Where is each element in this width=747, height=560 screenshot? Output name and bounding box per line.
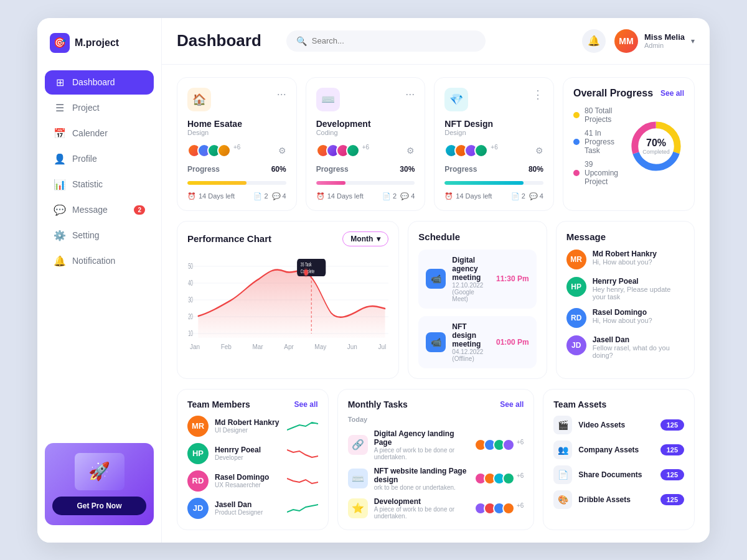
- card-title-dev: Development: [316, 119, 415, 129]
- asset-1: 👥 Company Assets 125: [553, 441, 684, 459]
- card-title-home: Home Esatae: [187, 119, 286, 129]
- user-role: Admin: [644, 42, 685, 49]
- card-menu-nft[interactable]: ⋮: [532, 88, 543, 101]
- meeting-icon-1: 📹: [426, 332, 446, 352]
- asset-badge-video: 125: [660, 419, 684, 431]
- card-icon-dev: ⌨️: [316, 88, 340, 111]
- sidebar-item-label: Profile: [72, 154, 97, 164]
- search-bar: 🔍: [286, 30, 486, 52]
- team-members-card: Team Members See all MR Md Robert Hankry…: [177, 389, 329, 530]
- row2: Performance Chart Month ▾: [177, 221, 695, 379]
- sidebar-item-label: Dashboard: [72, 77, 115, 87]
- sidebar-item-dashboard[interactable]: ⊞ Dashboard: [45, 70, 154, 95]
- stat-upcoming: 39 Upcoming Project: [585, 160, 618, 186]
- sidebar: 🎯 M.project ⊞ Dashboard ☰ Project 📅 Cale…: [37, 18, 162, 543]
- assets-title: Team Assets: [553, 399, 684, 409]
- monthly-tasks-card: Monthly Tasks See all Today 🔗 Digital Ag…: [337, 389, 535, 530]
- main-content: Dashboard 🔍 🔔 MM Miss Melia Admin ▾: [162, 18, 710, 543]
- progress-bar-home: [187, 181, 286, 185]
- search-input[interactable]: [312, 36, 476, 45]
- progress-fill-home: [187, 181, 247, 185]
- card-subtitle-nft: Design: [444, 129, 543, 136]
- user-details: Miss Melia Admin: [644, 32, 685, 49]
- asset-badge-docs: 125: [660, 469, 684, 480]
- member-3: JD Jasell Dan Product Designer: [187, 498, 318, 519]
- member-0: MR Md Robert Hankry UI Designer: [187, 416, 318, 437]
- tasks-title: Monthly Tasks: [348, 399, 408, 409]
- message-item-0: MR Md Robert Hankry Hi, How about you?: [566, 250, 684, 269]
- search-icon: 🔍: [296, 36, 307, 46]
- overall-title: Overall Progress: [573, 88, 653, 99]
- card-subtitle-dev: Coding: [316, 129, 415, 136]
- task-1: ⌨️ NFT website landing Page design ork t…: [348, 467, 524, 491]
- sidebar-item-label: Setting: [72, 230, 100, 240]
- stat-total: 80 Totall Projects: [585, 106, 618, 124]
- sidebar-item-setting[interactable]: ⚙️ Setting: [45, 223, 154, 248]
- sidebar-item-calender[interactable]: 📅 Calender: [45, 121, 154, 146]
- card-settings-nft[interactable]: ⚙: [535, 146, 543, 156]
- card-menu-home[interactable]: ···: [277, 88, 286, 101]
- svg-text:30: 30: [188, 295, 193, 303]
- card-title-nft: NFT Design: [444, 119, 543, 129]
- asset-name-dribble: Dribble Assets: [578, 495, 654, 504]
- sidebar-item-message[interactable]: 💬 Message 2: [45, 198, 154, 222]
- sidebar-item-statistic[interactable]: 📊 Statistic: [45, 172, 154, 197]
- setting-icon: ⚙️: [54, 230, 66, 241]
- avatar-count: +6: [233, 144, 240, 157]
- asset-3: 🎨 Dribble Assets 125: [553, 490, 684, 509]
- card-settings-home[interactable]: ⚙: [278, 146, 286, 156]
- progress-label-home: Progress: [187, 165, 220, 174]
- page-title: Dashboard: [177, 31, 261, 50]
- team-see-all[interactable]: See all: [294, 400, 318, 409]
- card-icon-home: 🏠: [187, 88, 211, 111]
- asset-2: 📄 Share Documents 125: [553, 465, 684, 484]
- message-item-3: JD Jasell Dan Fellow rasel, what do you …: [566, 335, 684, 359]
- asset-name-docs: Share Documents: [578, 470, 654, 479]
- donut-pct: 70%: [642, 138, 670, 149]
- card-settings-dev[interactable]: ⚙: [406, 146, 415, 156]
- meeting-icon-0: 📹: [426, 269, 446, 289]
- overall-progress-card: Overall Progress See all 80 Totall Proje…: [563, 77, 695, 211]
- asset-icon-docs: 📄: [553, 465, 572, 484]
- sidebar-item-profile[interactable]: 👤 Profile: [45, 147, 154, 171]
- project-card-development: ⌨️ ··· Development Coding +6: [306, 77, 426, 211]
- sidebar-item-project[interactable]: ☰ Project: [45, 96, 154, 120]
- msg-avatar-3: JD: [566, 335, 586, 355]
- project-icon: ☰: [54, 102, 66, 114]
- logo-text: M.project: [75, 37, 119, 49]
- row1: 🏠 ··· Home Esatae Design +6: [177, 77, 695, 211]
- sparkline-0: [287, 419, 318, 434]
- project-card-nft: 💎 ⋮ NFT Design Design +6: [434, 77, 554, 211]
- chart-title: Performance Chart: [187, 233, 271, 244]
- notification-button[interactable]: 🔔: [582, 29, 606, 53]
- header-right: 🔔 MM Miss Melia Admin ▾: [582, 29, 695, 53]
- asset-name-video: Video Assets: [578, 421, 654, 429]
- promo-card: 🚀 Get Pro Now: [45, 443, 154, 525]
- sidebar-item-label: Calender: [72, 128, 108, 138]
- chevron-down-icon[interactable]: ▾: [691, 37, 695, 45]
- schedule-item-0: 📹 Digital agency meeting 12.10.2022 (Goo…: [418, 250, 536, 309]
- card-menu-dev[interactable]: ···: [405, 88, 415, 101]
- asset-badge-company: 125: [660, 444, 684, 455]
- get-pro-button[interactable]: Get Pro Now: [52, 497, 146, 515]
- logo-icon: 🎯: [50, 33, 70, 53]
- msg-avatar-1: HP: [566, 277, 586, 297]
- asset-icon-dribble: 🎨: [553, 490, 572, 509]
- sidebar-item-label: Statistic: [72, 179, 103, 189]
- overall-see-all[interactable]: See all: [660, 89, 684, 98]
- task-icon-1: ⌨️: [348, 469, 368, 488]
- sparkline-3: [287, 501, 318, 516]
- tasks-see-all[interactable]: See all: [500, 400, 524, 409]
- sidebar-item-notification[interactable]: 🔔 Notification: [45, 249, 154, 273]
- donut-label: Completed: [642, 149, 670, 155]
- card-icon-nft: 💎: [444, 88, 468, 111]
- svg-point-19: [303, 268, 309, 278]
- asset-icon-video: 🎬: [553, 416, 572, 434]
- calender-icon: 📅: [54, 128, 66, 139]
- task-icon-2: ⭐: [348, 498, 368, 518]
- message-badge: 2: [134, 205, 145, 215]
- sparkline-2: [287, 474, 318, 488]
- month-select[interactable]: Month ▾: [342, 231, 388, 246]
- msg-avatar-0: MR: [566, 250, 586, 269]
- donut-chart: 70% Completed: [628, 118, 684, 174]
